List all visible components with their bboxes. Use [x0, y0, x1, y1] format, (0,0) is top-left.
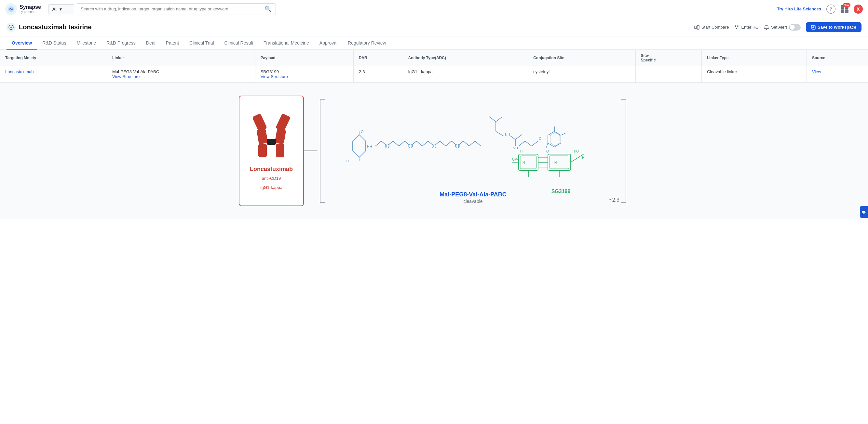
set-alert-button[interactable]: Set Alert — [764, 24, 801, 31]
left-bracket — [317, 96, 327, 206]
svg-rect-18 — [258, 144, 267, 157]
tab-clinical-result[interactable]: Clinical Result — [219, 36, 259, 50]
search-icon[interactable]: 🔍 — [265, 5, 272, 13]
col-targeting-moiety: Targeting Moiety — [0, 50, 107, 66]
cell-targeting-moiety: Loncastuximab — [0, 66, 107, 83]
enter-kg-button[interactable]: Enter KG — [734, 25, 758, 30]
svg-rect-61 — [550, 156, 569, 169]
svg-text:HO: HO — [574, 150, 579, 153]
svg-text:cleavable: cleavable — [463, 199, 483, 204]
svg-rect-56 — [519, 154, 538, 170]
svg-rect-5 — [697, 25, 699, 29]
kg-icon — [734, 25, 739, 30]
drug-header: Loncastuximab tesirine Start Compare Ent… — [0, 18, 868, 36]
source-view-link[interactable]: View — [812, 69, 821, 74]
svg-rect-4 — [694, 26, 696, 29]
svg-line-37 — [496, 117, 502, 122]
tab-deal[interactable]: Deal — [141, 36, 161, 50]
search-area: All ▾ 🔍 — [48, 3, 276, 15]
svg-line-44 — [519, 141, 525, 146]
cell-antibody-type: IgG1 - kappa — [403, 66, 528, 83]
svg-text:NH: NH — [367, 144, 372, 148]
svg-rect-17 — [267, 139, 276, 145]
alert-toggle[interactable] — [789, 24, 801, 31]
try-hiro-link[interactable]: Try Hiro Life Sciences — [777, 6, 821, 11]
col-linker: Linker — [107, 50, 255, 66]
svg-point-1 — [9, 8, 11, 10]
view-payload-structure-link[interactable]: View Structure — [260, 74, 288, 79]
apps-button[interactable]: New — [841, 5, 848, 13]
search-input[interactable] — [81, 6, 265, 11]
antibody-diagram — [249, 111, 294, 163]
side-panel-hint[interactable]: 💬 — [860, 206, 868, 218]
cell-linker-type: Cleavable linker — [702, 66, 807, 83]
tab-overview[interactable]: Overview — [6, 36, 37, 50]
svg-text:H: H — [520, 150, 523, 153]
search-box: 🔍 — [77, 3, 276, 15]
tab-bar: Overview R&D Status Milestone R&D Progre… — [0, 36, 868, 50]
dar-display: ~2.3 — [609, 197, 619, 203]
view-linker-structure-link[interactable]: View Structure — [112, 74, 140, 79]
svg-text:NH: NH — [513, 146, 518, 150]
toggle-knob — [789, 25, 795, 30]
svg-line-45 — [525, 141, 532, 146]
svg-text:NH: NH — [505, 133, 510, 137]
col-site-specific: Site-Specific — [636, 50, 702, 66]
antibody-box: Loncastuximab anti-CD19 IgG1-kappa — [239, 96, 304, 206]
tab-approval[interactable]: Approval — [314, 36, 343, 50]
svg-text:O: O — [410, 144, 412, 148]
help-button[interactable]: ? — [826, 5, 835, 14]
tab-rd-status[interactable]: R&D Status — [37, 36, 71, 50]
svg-line-51 — [561, 133, 566, 135]
start-compare-label: Start Compare — [702, 25, 729, 30]
table-row: Loncastuximab Mal-PEG8-Val-Ala-PABC View… — [0, 66, 868, 83]
logo-sub: by patsnap — [20, 10, 41, 14]
cell-source: View — [807, 66, 868, 83]
save-icon — [811, 25, 816, 30]
svg-text:O: O — [457, 144, 459, 148]
chevron-down-icon: ▾ — [60, 6, 62, 12]
drug-actions: Start Compare Enter KG Set Alert Save to… — [694, 22, 862, 32]
col-linker-type: Linker Type — [702, 50, 807, 66]
payload-name: SBG3199 — [260, 69, 348, 74]
col-antibody-type: Antibody Type(ADC) — [403, 50, 528, 66]
search-type-label: All — [52, 6, 58, 12]
search-type-dropdown[interactable]: All ▾ — [48, 4, 74, 14]
tab-rd-progress[interactable]: R&D Progress — [101, 36, 141, 50]
col-dar: DAR — [353, 50, 403, 66]
tab-patent[interactable]: Patent — [161, 36, 184, 50]
svg-point-2 — [12, 8, 13, 10]
save-to-workspace-button[interactable]: Save to Workspace — [806, 22, 862, 32]
svg-text:O: O — [433, 144, 436, 148]
svg-marker-48 — [548, 131, 561, 147]
svg-rect-16 — [275, 128, 286, 144]
cell-site-specific: - — [636, 66, 702, 83]
svg-line-38 — [496, 131, 504, 136]
svg-line-11 — [737, 26, 738, 29]
tab-translational-medicine[interactable]: Translational Medicine — [258, 36, 314, 50]
loncastuximab-link[interactable]: Loncastuximab — [5, 69, 33, 74]
tab-regulatory-review[interactable]: Regulatory Review — [343, 36, 392, 50]
tab-milestone[interactable]: Milestone — [71, 36, 101, 50]
svg-text:H: H — [582, 156, 584, 160]
svg-rect-19 — [276, 144, 284, 157]
svg-line-46 — [532, 141, 538, 146]
start-compare-button[interactable]: Start Compare — [694, 25, 729, 30]
svg-line-36 — [489, 117, 496, 122]
tab-clinical-trial[interactable]: Clinical Trial — [184, 36, 219, 50]
col-conjugation-site: Conjugation Site — [528, 50, 636, 66]
logo-area: Synapse by patsnap — [5, 3, 44, 15]
svg-line-41 — [515, 135, 522, 139]
svg-text:OMe: OMe — [512, 158, 519, 161]
structure-panel: Loncastuximab anti-CD19 IgG1-kappa — [0, 83, 868, 219]
svg-text:O: O — [361, 130, 364, 134]
save-to-workspace-label: Save to Workspace — [817, 25, 856, 30]
svg-line-53 — [546, 143, 548, 148]
chemical-structure: O O NH O O O — [340, 96, 607, 206]
set-alert-label: Set Alert — [771, 25, 787, 30]
close-button[interactable]: X — [854, 5, 863, 14]
col-payload: Payload — [255, 50, 353, 66]
svg-line-62 — [571, 154, 584, 162]
cell-payload: SBG3199 View Structure — [255, 66, 353, 83]
cell-conjugation-site: cysteinyl — [528, 66, 636, 83]
